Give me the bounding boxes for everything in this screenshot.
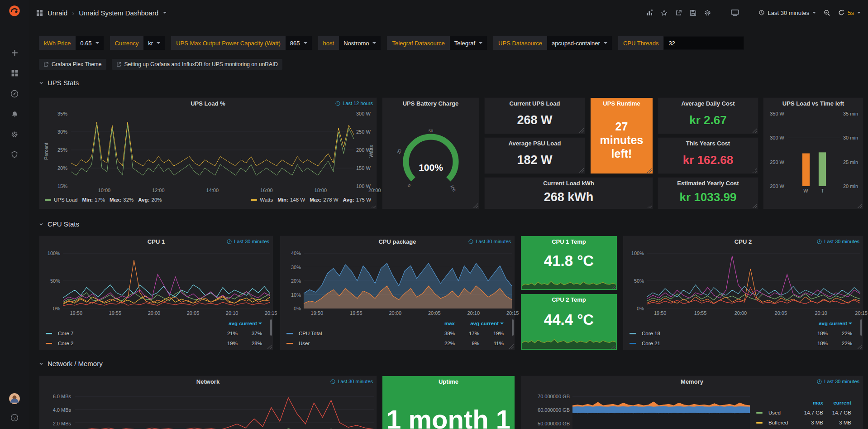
panel-timerange[interactable]: Last 30 minutes: [817, 379, 859, 384]
save-icon[interactable]: [690, 10, 696, 16]
settings-gear-icon[interactable]: [704, 10, 711, 16]
panel-title[interactable]: This Years Cost: [658, 138, 758, 149]
clock-icon: [330, 379, 335, 384]
link-ups-monitoring-guide[interactable]: Setting up Grafana and InfluxDB for UPS …: [112, 59, 283, 70]
panel-title[interactable]: Current Load kWh: [485, 178, 653, 189]
legend-row[interactable]: Used14.7 GB14.7 GB: [750, 408, 859, 418]
legend-header[interactable]: avgcurrent: [39, 318, 270, 328]
chart-legend[interactable]: maxavgcurrentCPU Total38%17%19%User22%9%…: [280, 318, 512, 348]
apps-grid-icon[interactable]: [36, 10, 43, 16]
legend-row[interactable]: CPU Total38%17%19%: [280, 328, 512, 338]
legend-row[interactable]: Core 219%28%: [39, 338, 270, 348]
zoom-out-icon[interactable]: [824, 10, 830, 16]
chart-legend[interactable]: UPS LoadMin:17%Max:32%Avg:20%WattsMin:14…: [39, 197, 377, 202]
cpu-package-chart[interactable]: [304, 253, 512, 308]
legend-row[interactable]: User22%9%11%: [280, 338, 512, 348]
explore-compass-icon[interactable]: [10, 90, 19, 98]
panel-title[interactable]: CPU 1 Temp: [521, 236, 617, 248]
panel-timerange[interactable]: Last 30 minutes: [330, 379, 373, 384]
legend-scrollbar[interactable]: [860, 319, 862, 336]
cpu2-chart[interactable]: [647, 253, 860, 308]
resize-handle[interactable]: [647, 168, 652, 173]
resize-handle[interactable]: [753, 128, 757, 133]
resize-handle[interactable]: [647, 203, 652, 208]
refresh-icon: [838, 10, 844, 16]
chart-legend[interactable]: avgcurrentCore 721%37%Core 219%28%: [39, 318, 270, 348]
dashboard-caret-icon[interactable]: [163, 12, 167, 14]
legend-scrollbar[interactable]: [270, 319, 272, 336]
user-avatar[interactable]: [9, 393, 20, 405]
resize-handle[interactable]: [509, 344, 514, 349]
resize-handle[interactable]: [611, 284, 616, 289]
panel-title[interactable]: Estimated Yearly Cost: [658, 178, 758, 189]
panel-title[interactable]: CPU 2 Temp: [521, 294, 617, 306]
legend-row[interactable]: Core 2118%22%: [623, 338, 860, 348]
dashboards-icon[interactable]: [11, 69, 19, 77]
resize-handle[interactable]: [753, 203, 757, 208]
panel-title[interactable]: Current UPS Load: [485, 98, 585, 110]
star-icon[interactable]: [661, 10, 668, 16]
row-header-network-memory[interactable]: Network / Memory: [39, 360, 103, 367]
chevron-down-icon: [39, 81, 43, 85]
kiosk-tv-icon[interactable]: [731, 10, 739, 16]
resize-handle[interactable]: [611, 344, 616, 349]
panel-timerange[interactable]: Last 30 minutes: [227, 239, 269, 244]
resize-handle[interactable]: [371, 203, 376, 208]
legend-row[interactable]: Core 1818%22%: [623, 328, 860, 338]
resize-handle[interactable]: [473, 203, 478, 208]
panel-title[interactable]: Average PSU Load: [485, 138, 585, 149]
resize-handle[interactable]: [579, 168, 584, 173]
alerting-bell-icon[interactable]: [11, 111, 19, 118]
breadcrumb-org[interactable]: Unraid: [48, 9, 67, 17]
panel-title[interactable]: Uptime: [382, 376, 515, 388]
help-icon[interactable]: ?: [10, 414, 19, 422]
panel-title[interactable]: Network: [39, 376, 377, 388]
network-chart[interactable]: [75, 389, 374, 429]
resize-handle[interactable]: [753, 168, 757, 173]
cpu1-chart[interactable]: [63, 253, 270, 308]
chart-legend[interactable]: avgcurrentCore 1818%22%Core 2118%22%: [623, 318, 860, 348]
legend-item[interactable]: WattsMin:148 WMax:278 WAvg:175 W: [251, 197, 371, 202]
panel-timerange[interactable]: Last 30 minutes: [817, 239, 859, 244]
template-variables: kWh Price0.65 Currencykr UPS Max Output …: [39, 36, 744, 50]
configuration-gear-icon[interactable]: [11, 131, 18, 138]
add-panel-icon[interactable]: [646, 9, 653, 16]
create-plus-icon[interactable]: [11, 49, 19, 57]
link-grafana-plex-theme[interactable]: Grafana Plex Theme: [39, 59, 106, 70]
resize-handle[interactable]: [858, 203, 862, 208]
legend-item[interactable]: UPS LoadMin:17%Max:32%Avg:20%: [45, 197, 162, 202]
panel-title[interactable]: UPS Runtime: [591, 98, 653, 110]
caret-down-icon: [604, 42, 607, 44]
panel-title[interactable]: UPS Load vs Time left: [763, 98, 863, 110]
panel-title[interactable]: Average Daily Cost: [658, 98, 758, 110]
legend-header[interactable]: maxcurrent: [750, 398, 859, 408]
resize-handle[interactable]: [858, 344, 862, 349]
panel-timerange[interactable]: Last 30 minutes: [468, 239, 511, 244]
legend-scrollbar[interactable]: [512, 319, 514, 336]
legend-row[interactable]: Buffered3 MB3 MB: [750, 418, 859, 428]
panel-timerange[interactable]: Last 12 hours: [335, 101, 373, 106]
y-axis-left: 35%30%25%20%15%: [49, 111, 67, 189]
server-admin-shield-icon[interactable]: [11, 151, 18, 158]
row-header-ups-stats[interactable]: UPS Stats: [39, 79, 79, 87]
grafana-logo-icon[interactable]: [0, 5, 29, 17]
clock-icon: [817, 379, 822, 384]
refresh-picker[interactable]: 5s: [838, 10, 861, 16]
chart-legend[interactable]: maxcurrentUsed14.7 GB14.7 GBBuffered3 MB…: [750, 398, 859, 428]
row-header-cpu-stats[interactable]: CPU Stats: [39, 220, 79, 228]
resize-handle[interactable]: [267, 344, 272, 349]
share-icon[interactable]: [675, 10, 682, 16]
dashboard-title[interactable]: Unraid System Dashboard: [79, 9, 158, 17]
panel-title[interactable]: Memory: [521, 376, 863, 388]
load-vs-time-bars[interactable]: [788, 114, 840, 186]
cpu-threads-input[interactable]: [663, 36, 744, 50]
memory-chart[interactable]: [572, 389, 750, 429]
time-range-picker[interactable]: Last 30 minutes: [759, 10, 816, 16]
legend-row[interactable]: Core 721%37%: [39, 328, 270, 338]
legend-header[interactable]: maxavgcurrent: [280, 318, 512, 328]
panel-title[interactable]: UPS Battery Charge: [382, 98, 479, 110]
legend-header[interactable]: avgcurrent: [623, 318, 860, 328]
resize-handle[interactable]: [579, 128, 584, 133]
ups-load-chart[interactable]: [71, 114, 354, 186]
panel-title[interactable]: UPS Load %: [39, 98, 377, 110]
